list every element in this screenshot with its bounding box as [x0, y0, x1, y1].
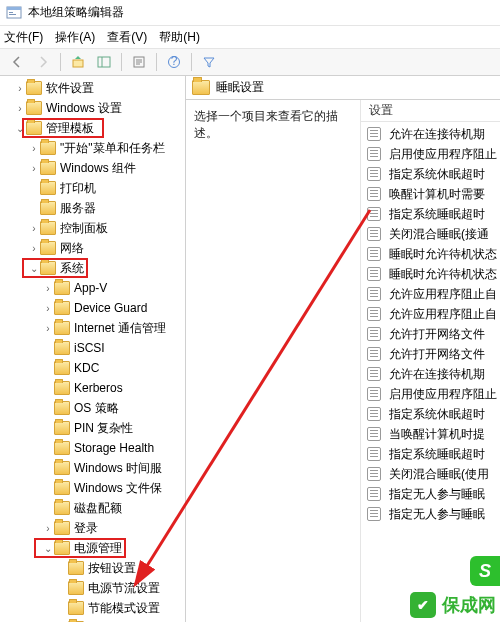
tree-item[interactable]: ›PIN 复杂性: [0, 418, 185, 438]
tree-item[interactable]: ›iSCSI: [0, 338, 185, 358]
tree-item-label: 软件设置: [46, 80, 94, 97]
folder-icon: [54, 481, 70, 495]
tree-item[interactable]: ›Device Guard: [0, 298, 185, 318]
policy-icon: [367, 467, 381, 481]
tree-item-label: Device Guard: [74, 301, 147, 315]
setting-label: 睡眠时允许待机状态: [389, 246, 497, 263]
setting-item[interactable]: 指定无人参与睡眠: [361, 504, 500, 524]
tree-item-label: KDC: [74, 361, 99, 375]
expand-icon[interactable]: ›: [28, 243, 40, 254]
tree-item[interactable]: ›Windows 组件: [0, 158, 185, 178]
tree-item[interactable]: ›电源节流设置: [0, 578, 185, 598]
tree-item-label: Windows 时间服: [74, 460, 162, 477]
export-button[interactable]: [128, 51, 150, 73]
tree-item-label: 网络: [60, 240, 84, 257]
expand-icon[interactable]: ›: [42, 523, 54, 534]
tree-item[interactable]: ⌄系统: [0, 258, 185, 278]
expand-icon[interactable]: ›: [28, 143, 40, 154]
policy-icon: [367, 267, 381, 281]
sogou-badge: S: [470, 556, 500, 586]
tree-item[interactable]: ⌄电源管理: [0, 538, 185, 558]
menu-action[interactable]: 操作(A): [55, 29, 95, 46]
setting-item[interactable]: 允许打开网络文件: [361, 344, 500, 364]
setting-item[interactable]: 指定系统睡眠超时: [361, 204, 500, 224]
setting-item[interactable]: 指定系统睡眠超时: [361, 444, 500, 464]
up-button[interactable]: [67, 51, 89, 73]
toolbar-separator: [191, 53, 192, 71]
tree-pane[interactable]: ›软件设置›Windows 设置⌄管理模板›"开始"菜单和任务栏›Windows…: [0, 76, 186, 622]
tree-item[interactable]: ›控制面板: [0, 218, 185, 238]
details-pane: 睡眠设置 选择一个项目来查看它的描述。 设置 允许在连接待机期启用使应用程序阻止…: [186, 76, 500, 622]
setting-item[interactable]: 指定系统休眠超时: [361, 164, 500, 184]
tree-item[interactable]: ›Windows 时间服: [0, 458, 185, 478]
tree-item[interactable]: ›Windows 文件保: [0, 478, 185, 498]
folder-icon: [192, 80, 210, 95]
tree-item[interactable]: ›App-V: [0, 278, 185, 298]
setting-item[interactable]: 关闭混合睡眠(接通: [361, 224, 500, 244]
setting-label: 指定系统休眠超时: [389, 166, 485, 183]
help-button[interactable]: ?: [163, 51, 185, 73]
tree-item[interactable]: ›Storage Health: [0, 438, 185, 458]
collapse-icon[interactable]: ⌄: [14, 123, 26, 134]
policy-icon: [367, 407, 381, 421]
folder-icon: [40, 201, 56, 215]
setting-item[interactable]: 允许在连接待机期: [361, 124, 500, 144]
expand-icon[interactable]: ›: [42, 323, 54, 334]
tree-item[interactable]: ›登录: [0, 518, 185, 538]
setting-item[interactable]: 唤醒计算机时需要: [361, 184, 500, 204]
setting-label: 允许在连接待机期: [389, 366, 485, 383]
back-button[interactable]: [6, 51, 28, 73]
tree-item[interactable]: ›服务器: [0, 198, 185, 218]
menu-file[interactable]: 文件(F): [4, 29, 43, 46]
setting-item[interactable]: 指定无人参与睡眠: [361, 484, 500, 504]
show-hide-tree-button[interactable]: [93, 51, 115, 73]
menu-bar: 文件(F) 操作(A) 查看(V) 帮助(H): [0, 26, 500, 48]
tree-item[interactable]: ›磁盘配额: [0, 498, 185, 518]
tree-item[interactable]: ›"开始"菜单和任务栏: [0, 138, 185, 158]
tree-item[interactable]: ›Internet 通信管理: [0, 318, 185, 338]
filter-button[interactable]: [198, 51, 220, 73]
tree-item[interactable]: ⌄管理模板: [0, 118, 185, 138]
policy-icon: [367, 327, 381, 341]
setting-item[interactable]: 允许在连接待机期: [361, 364, 500, 384]
setting-item[interactable]: 启用使应用程序阻止: [361, 384, 500, 404]
setting-label: 指定系统休眠超时: [389, 406, 485, 423]
tree-item[interactable]: ›OS 策略: [0, 398, 185, 418]
folder-icon: [54, 521, 70, 535]
collapse-icon[interactable]: ⌄: [28, 263, 40, 274]
setting-item[interactable]: 允许打开网络文件: [361, 324, 500, 344]
setting-item[interactable]: 允许应用程序阻止自: [361, 284, 500, 304]
setting-item[interactable]: 关闭混合睡眠(使用: [361, 464, 500, 484]
tree-item[interactable]: ›视频与显示设: [0, 618, 185, 622]
expand-icon[interactable]: ›: [28, 223, 40, 234]
menu-view[interactable]: 查看(V): [107, 29, 147, 46]
setting-item[interactable]: 当唤醒计算机时提: [361, 424, 500, 444]
setting-item[interactable]: 启用使应用程序阻止: [361, 144, 500, 164]
svg-rect-2: [9, 12, 13, 13]
tree-item[interactable]: ›按钮设置: [0, 558, 185, 578]
setting-item[interactable]: 睡眠时允许待机状态: [361, 244, 500, 264]
tree-item[interactable]: ›KDC: [0, 358, 185, 378]
column-header-setting[interactable]: 设置: [361, 100, 500, 122]
setting-label: 允许在连接待机期: [389, 126, 485, 143]
folder-icon: [26, 121, 42, 135]
setting-item[interactable]: 允许应用程序阻止自: [361, 304, 500, 324]
tree-item[interactable]: ›打印机: [0, 178, 185, 198]
expand-icon[interactable]: ›: [28, 163, 40, 174]
forward-button[interactable]: [32, 51, 54, 73]
expand-icon[interactable]: ›: [42, 283, 54, 294]
tree-item[interactable]: ›Kerberos: [0, 378, 185, 398]
tree-item[interactable]: ›网络: [0, 238, 185, 258]
expand-icon[interactable]: ›: [42, 303, 54, 314]
expand-icon[interactable]: ›: [14, 83, 26, 94]
setting-item[interactable]: 睡眠时允许待机状态: [361, 264, 500, 284]
tree-item[interactable]: ›Windows 设置: [0, 98, 185, 118]
menu-help[interactable]: 帮助(H): [159, 29, 200, 46]
tree-item[interactable]: ›软件设置: [0, 78, 185, 98]
collapse-icon[interactable]: ⌄: [42, 543, 54, 554]
expand-icon[interactable]: ›: [14, 103, 26, 114]
tree-item-label: 电源管理: [74, 540, 122, 557]
setting-item[interactable]: 指定系统休眠超时: [361, 404, 500, 424]
tree-item-label: 服务器: [60, 200, 96, 217]
tree-item[interactable]: ›节能模式设置: [0, 598, 185, 618]
